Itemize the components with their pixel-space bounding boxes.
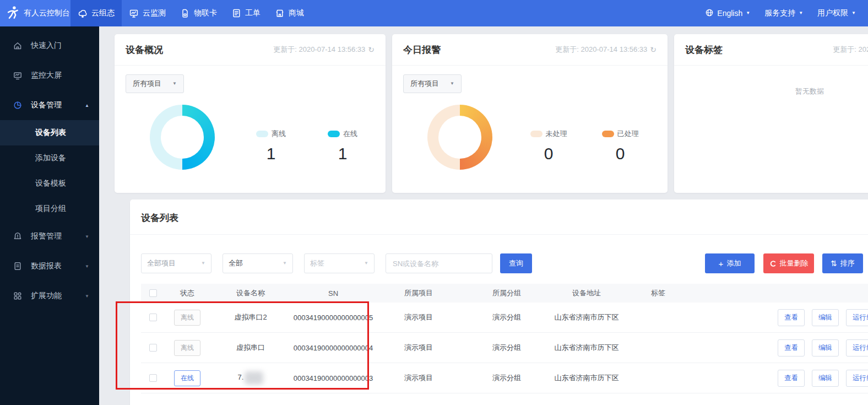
device-address: 山东省济南市历下区 xyxy=(551,312,622,322)
brand-title: 有人云控制台 xyxy=(24,8,70,18)
tag-filter-select[interactable]: 标签▼ xyxy=(304,253,375,273)
legend-item: 已处理0 xyxy=(595,129,645,163)
screen-icon xyxy=(12,71,23,80)
table-row: 离线虚拟串口00034190000000000004演示项目演示分组山东省济南市… xyxy=(141,333,868,363)
device-manage-icon xyxy=(12,100,23,110)
legend-item: 离线1 xyxy=(246,129,296,163)
sidebar-item-label: 快速入门 xyxy=(31,41,62,51)
sidebar: 快速入门监控大屏设备管理▲设备列表添加设备设备模板项目分组报警管理▼数据报表▼扩… xyxy=(0,26,99,405)
topnav-item-store[interactable]: 商城 xyxy=(268,0,311,26)
device-sn: 00034190000000000005 xyxy=(292,314,375,322)
device-overview-card: 设备概况 更新于: 2020-07-14 13:56:33 ↻ 所有项目▼ 离线… xyxy=(115,34,386,193)
project-filter-select[interactable]: 所有项目▼ xyxy=(126,74,184,93)
home-icon xyxy=(12,41,23,51)
device-table: 状态设备名称SN所属项目所属分组设备地址标签操作离线虚拟串口2000341900… xyxy=(141,284,868,393)
legend-label: 离线 xyxy=(272,129,286,139)
device-sn: 00034190000000000003 xyxy=(292,374,375,382)
project-filter-select[interactable]: 所有项目▼ xyxy=(403,74,462,93)
project-filter-select[interactable]: 全部项目▼ xyxy=(141,253,211,273)
today-alarm-card: 今日报警 更新于: 2020-07-14 13:56:33 ↻ 所有项目▼ 未处… xyxy=(392,34,668,193)
legend-value: 0 xyxy=(616,144,625,163)
sort-button[interactable]: ⇅ 排序 xyxy=(822,253,863,273)
legend-label: 已处理 xyxy=(617,129,639,139)
sidebar-subitem-0[interactable]: 设备列表 xyxy=(0,120,99,145)
language-menu[interactable]: English▼ xyxy=(705,8,750,19)
row-checkbox[interactable] xyxy=(149,314,157,321)
sidebar-item-alarm[interactable]: 报警管理▼ xyxy=(0,222,99,251)
refresh-icon[interactable]: ↻ xyxy=(368,45,375,54)
view-button[interactable]: 查看 xyxy=(778,339,805,357)
sidebar-subitem-1[interactable]: 添加设备 xyxy=(0,145,99,171)
topnav-label: 商城 xyxy=(289,8,304,18)
edit-button[interactable]: 编辑 xyxy=(812,309,839,326)
device-status-donut-chart xyxy=(150,105,215,170)
donut-legend: 离线1在线1 xyxy=(246,129,368,163)
legend-color-swatch xyxy=(256,131,268,137)
batch-delete-button[interactable]: 批量删除 xyxy=(763,253,814,273)
sidebar-item-label: 扩展功能 xyxy=(31,291,62,301)
legend-value: 1 xyxy=(338,144,348,163)
brand: 有人云控制台 xyxy=(0,0,70,26)
edit-button[interactable]: 编辑 xyxy=(812,339,839,357)
refresh-icon[interactable]: ↻ xyxy=(650,45,657,54)
topnav-item-cloud[interactable]: 云组态 xyxy=(70,0,122,26)
sidebar-item-screen[interactable]: 监控大屏 xyxy=(0,61,99,90)
alarm-icon xyxy=(12,231,23,241)
masked-text-blur xyxy=(245,371,263,385)
updated-timestamp: 更新于: 2020-07-14 13:56:33 ↻ xyxy=(833,45,868,55)
sidebar-item-report[interactable]: 数据报表▼ xyxy=(0,251,99,281)
topnav-label: 云监测 xyxy=(143,8,166,18)
sidebar-subitem-2[interactable]: 设备模板 xyxy=(0,171,99,196)
sidebar-item-device-manage[interactable]: 设备管理▲ xyxy=(0,90,99,120)
sidebar-item-label: 报警管理 xyxy=(31,231,62,241)
loop-icon xyxy=(769,260,777,267)
row-checkbox[interactable] xyxy=(149,344,157,352)
device-tags-card: 设备标签 更新于: 2020-07-14 13:56:33 ↻ 暂无数据 xyxy=(674,34,868,193)
run-scada-button[interactable]: 运行组态 xyxy=(846,370,868,387)
chevron-down-icon: ▼ xyxy=(364,261,368,266)
view-button[interactable]: 查看 xyxy=(778,309,805,326)
edit-button[interactable]: 编辑 xyxy=(812,370,839,387)
run-scada-button[interactable]: 运行组态 xyxy=(846,339,868,357)
top-navigation: 云组态云监测物联卡工单商城 xyxy=(70,0,311,26)
monitor-icon xyxy=(129,8,139,18)
chevron-down-icon: ▼ xyxy=(851,11,856,15)
menu-label: 服务支持 xyxy=(764,8,795,18)
sidebar-item-label: 监控大屏 xyxy=(31,71,62,80)
topbar: 有人云控制台 云组态云监测物联卡工单商城 English▼服务支持▼用户权限▼ xyxy=(0,0,868,26)
chevron-down-icon: ▼ xyxy=(283,261,287,266)
search-input[interactable] xyxy=(386,253,492,273)
device-group: 演示分组 xyxy=(463,373,551,383)
add-device-button[interactable]: + 添加 xyxy=(705,253,755,273)
main-content: 设备概况 更新于: 2020-07-14 13:56:33 ↻ 所有项目▼ 离线… xyxy=(99,26,868,405)
sidebar-subitem-3[interactable]: 项目分组 xyxy=(0,196,99,222)
view-button[interactable]: 查看 xyxy=(778,370,805,387)
row-checkbox[interactable] xyxy=(149,374,157,382)
account-menu[interactable]: 用户权限▼ xyxy=(817,8,856,18)
topnav-item-work-order[interactable]: 工单 xyxy=(224,0,268,26)
chevron-icon: ▼ xyxy=(85,234,89,239)
store-icon xyxy=(275,8,285,18)
run-scada-button[interactable]: 运行组态 xyxy=(846,309,868,326)
divider xyxy=(130,234,868,235)
legend-item: 未处理0 xyxy=(523,129,574,163)
chevron-down-icon: ▼ xyxy=(799,11,803,15)
chevron-down-icon: ▼ xyxy=(450,82,454,86)
legend-label: 未处理 xyxy=(546,129,567,139)
alarm-status-donut-chart xyxy=(427,105,492,170)
select-all-checkbox[interactable] xyxy=(149,289,157,297)
legend-color-swatch xyxy=(602,131,614,137)
device-group: 演示分组 xyxy=(463,343,551,353)
support-menu[interactable]: 服务支持▼ xyxy=(764,8,803,18)
menu-label: 用户权限 xyxy=(817,8,848,18)
sidebar-item-home[interactable]: 快速入门 xyxy=(0,31,99,61)
topnav-item-monitor[interactable]: 云监测 xyxy=(122,0,173,26)
status-filter-select[interactable]: 全部▼ xyxy=(223,253,293,273)
sidebar-item-extension[interactable]: 扩展功能▼ xyxy=(0,281,99,311)
query-button[interactable]: 查询 xyxy=(500,253,532,273)
topnav-item-sim-card[interactable]: 物联卡 xyxy=(173,0,224,26)
updated-timestamp: 更新于: 2020-07-14 13:56:33 ↻ xyxy=(273,45,375,55)
summary-cards: 设备概况 更新于: 2020-07-14 13:56:33 ↻ 所有项目▼ 离线… xyxy=(115,34,868,193)
device-name: 7. xyxy=(209,371,292,385)
legend-color-swatch xyxy=(530,131,542,137)
